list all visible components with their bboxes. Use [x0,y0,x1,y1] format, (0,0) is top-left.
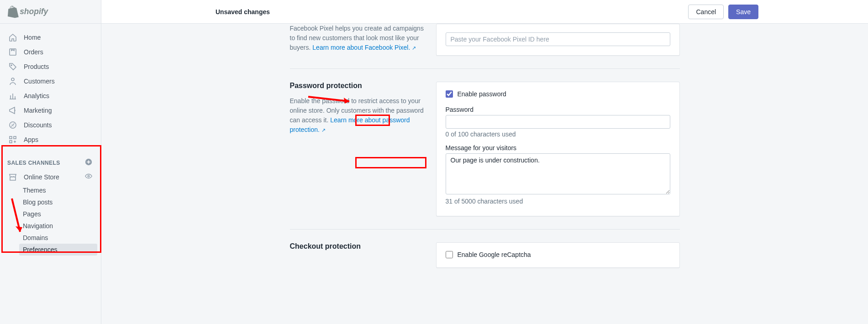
svg-rect-6 [14,136,16,139]
sub-preferences[interactable]: Preferences [19,244,97,256]
main-content: Facebook Pixel helps you create ad campa… [101,0,868,324]
home-icon [8,33,17,42]
message-field-label: Message for your visitors [446,144,670,152]
password-protection-title: Password protection [290,82,427,90]
fb-pixel-description: Facebook Pixel helps you create ad campa… [290,24,427,52]
nav-apps-label: Apps [24,136,38,143]
nav-analytics-label: Analytics [24,92,49,99]
nav-home[interactable]: Home [0,30,101,45]
nav-customers[interactable]: Customers [0,74,101,89]
password-card: Enable password Password 0 of 100 charac… [436,82,680,216]
nav-apps[interactable]: Apps [0,132,101,147]
nav-discounts[interactable]: Discounts [0,118,101,132]
nav-analytics[interactable]: Analytics [0,89,101,103]
nav-orders-label: Orders [24,48,43,56]
nav-customers-label: Customers [24,78,55,85]
sub-pages[interactable]: Pages [0,208,101,220]
orders-icon [8,47,17,57]
unsaved-changes-label: Unsaved changes [101,8,688,16]
password-protection-description: Enable the password to restrict access t… [290,96,427,135]
tag-icon [8,62,17,71]
nav-products-label: Products [24,63,49,70]
megaphone-icon [8,106,17,115]
sub-blog-posts[interactable]: Blog posts [0,196,101,208]
chart-icon [8,91,17,100]
person-icon [8,77,17,86]
svg-rect-7 [10,141,12,143]
nav-products[interactable]: Products [0,59,101,74]
external-link-icon: ↗ [321,127,326,133]
password-field-label: Password [446,106,670,113]
sub-themes[interactable]: Themes [0,184,101,196]
sub-domains[interactable]: Domains [0,232,101,244]
apps-icon [8,135,17,144]
password-input[interactable] [446,115,670,129]
nav-marketing[interactable]: Marketing [0,103,101,118]
view-store-icon[interactable] [84,172,93,182]
nav-home-label: Home [24,34,41,41]
nav-online-store[interactable]: Online Store [0,169,101,184]
discount-icon [8,120,17,130]
message-char-count: 31 of 5000 characters used [446,198,670,205]
checkout-card: Enable Google reCaptcha [436,242,680,268]
store-icon [8,172,17,182]
enable-password-row: Enable password [446,90,670,98]
sub-navigation[interactable]: Navigation [0,220,101,232]
nav-orders[interactable]: Orders [0,45,101,59]
enable-password-label: Enable password [458,90,506,98]
enable-recaptcha-checkbox[interactable] [446,251,453,258]
fb-pixel-card [436,24,680,56]
fb-pixel-id-input[interactable] [446,32,670,46]
add-channel-icon[interactable] [84,158,93,167]
section-checkout-protection: Checkout protection Enable Google reCapt… [290,229,680,281]
enable-recaptcha-label: Enable Google reCaptcha [458,251,531,258]
nav-online-store-label: Online Store [24,173,59,181]
fb-pixel-learn-more-link[interactable]: Learn more about Facebook Pixel. ↗ [312,44,416,51]
save-button[interactable]: Save [728,5,758,19]
cancel-button[interactable]: Cancel [688,5,724,19]
nav-marketing-label: Marketing [24,107,52,114]
checkout-protection-title: Checkout protection [290,242,427,251]
sales-channels-header: SALES CHANNELS [0,153,101,169]
svg-point-2 [11,65,12,66]
visitor-message-textarea[interactable] [446,153,670,194]
svg-text:shopify: shopify [20,7,48,16]
enable-password-checkbox[interactable] [446,90,453,98]
svg-point-9 [88,175,89,177]
shopify-logo: shopify [0,0,101,23]
top-bar: shopify Unsaved changes Cancel Save [0,0,868,24]
password-char-count: 0 of 100 characters used [446,131,670,138]
section-password-protection: Password protection Enable the password … [290,68,680,229]
sidebar: Home Orders Products Customers Analytics… [0,24,101,324]
nav-discounts-label: Discounts [24,121,52,129]
section-facebook-pixel: Facebook Pixel helps you create ad campa… [290,24,680,68]
svg-rect-5 [10,136,12,139]
topbar-actions: Cancel Save [688,5,868,19]
sales-channels-label: SALES CHANNELS [7,160,60,166]
external-link-icon: ↗ [412,45,416,51]
svg-point-3 [11,78,14,81]
